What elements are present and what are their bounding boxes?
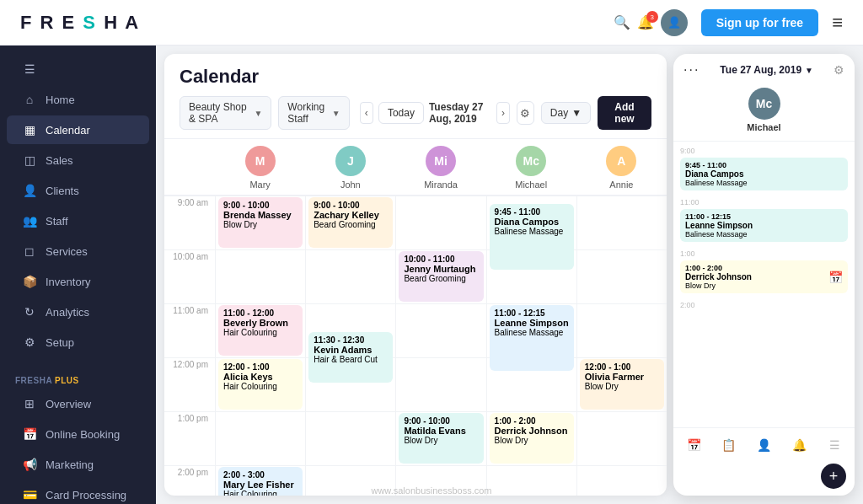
prev-date-button[interactable]: ‹ (360, 102, 373, 124)
mobile-fab-button[interactable]: + (821, 464, 846, 489)
appt-derrick-time: 1:00 - 2:00 (495, 416, 569, 426)
user-avatar[interactable]: 👤 (661, 9, 688, 36)
sidebar-label-services: Services (46, 245, 88, 258)
cell-annie-11 (577, 303, 667, 357)
mobile-avatar: Mc (748, 88, 780, 120)
time-2pm: 2:00 pm (164, 465, 215, 496)
sidebar-label-booking: Online Booking (46, 428, 120, 441)
mobile-panel: ··· Tue 27 Aug, 2019 ▼ ⚙ Mc Michael 9:00… (673, 54, 855, 496)
appt-matilda[interactable]: 9:00 - 10:00 Matilda Evans Blow Dry (399, 413, 483, 464)
today-button[interactable]: Today (378, 102, 424, 124)
cell-mary-1 (216, 411, 305, 465)
sidebar-item-menu[interactable]: ☰ (7, 55, 149, 83)
appt-leanne-service: Balinese Massage (495, 328, 569, 337)
calendar-toolbar: Beauty Shop & SPA ▼ Working Staff ▼ ‹ To… (180, 96, 651, 130)
appt-derrick[interactable]: 1:00 - 2:00 Derrick Johnson Blow Dry (490, 413, 574, 464)
appt-kevin[interactable]: 11:30 - 12:30 Kevin Adams Hair & Beard C… (308, 332, 393, 383)
mobile-date: Tue 27 Aug, 2019 ▼ (720, 64, 813, 76)
mobile-appt-leanne-name: Leanne Simpson (685, 221, 843, 230)
sidebar-item-overview[interactable]: ⊞ Overview (7, 389, 149, 418)
appt-jenny[interactable]: 10:00 - 11:00 Jenny Murtaugh Beard Groom… (399, 251, 483, 302)
mobile-nav-calendar[interactable]: 📅 (682, 433, 705, 457)
appt-matilda-time: 9:00 - 10:00 (404, 416, 478, 426)
sidebar-item-sales[interactable]: ◫ Sales (7, 146, 149, 174)
hamburger-menu[interactable]: ≡ (832, 12, 843, 34)
sidebar-item-setup[interactable]: ⚙ Setup (7, 328, 149, 357)
location-select[interactable]: Beauty Shop & SPA ▼ (180, 96, 271, 130)
sidebar-item-clients[interactable]: 👤 Clients (7, 176, 149, 205)
calendar-settings-icon[interactable]: ⚙ (517, 101, 534, 125)
appt-beverly[interactable]: 11:00 - 12:00 Beverly Brown Hair Colouri… (218, 305, 303, 356)
sales-icon: ◫ (22, 153, 37, 167)
appt-leanne[interactable]: 11:00 - 12:15 Leanne Simpson Balinese Ma… (490, 305, 574, 371)
cell-mary-10 (216, 249, 305, 303)
appt-jenny-name: Jenny Murtaugh (404, 264, 478, 274)
appt-brenda[interactable]: 9:00 - 10:00 Brenda Massey Blow Dry (218, 197, 303, 248)
mobile-nav-menu[interactable]: ☰ (823, 433, 846, 457)
time-9am: 9:00 am (164, 196, 215, 249)
notification-icon[interactable]: 🔔 3 (637, 14, 654, 30)
staff-name-john: John (340, 180, 361, 190)
mobile-appt-diana[interactable]: 9:45 - 11:00 Diana Campos Balinese Massa… (680, 158, 848, 190)
appt-zachary[interactable]: 9:00 - 10:00 Zachary Kelley Beard Groomi… (308, 197, 393, 248)
sidebar-item-card[interactable]: 💳 Card Processing (7, 480, 149, 504)
time-10am: 10:00 am (164, 249, 215, 303)
appt-diana-time: 9:45 - 11:00 (495, 207, 569, 217)
mobile-appt-diana-name: Diana Campos (685, 169, 843, 179)
mobile-fab-row: + (673, 460, 855, 496)
mobile-bottom-nav: 📅 📋 👤 🔔 ☰ (673, 427, 855, 460)
appt-mary-lee[interactable]: 2:00 - 3:00 Mary Lee Fisher Hair Colouri… (218, 467, 303, 496)
cell-annie-1 (577, 411, 667, 465)
time-11am: 11:00 am (164, 303, 215, 357)
clients-icon: 👤 (22, 184, 37, 197)
appt-brenda-time: 9:00 - 10:00 (223, 201, 297, 210)
appt-olivia[interactable]: 12:00 - 1:00 Olivia Farmer Blow Dry (580, 359, 664, 410)
sidebar: ☰ ⌂ Home ▦ Calendar ◫ Sales 👤 Clients 👥 … (0, 46, 156, 504)
mobile-nav-person[interactable]: 👤 (753, 433, 776, 457)
appt-leanne-name: Leanne Simpson (495, 318, 569, 328)
sidebar-item-services[interactable]: ◻ Services (7, 237, 149, 265)
cell-john-10 (306, 249, 395, 303)
appt-mary-lee-service: Hair Colouring (223, 490, 297, 496)
sidebar-label-staff: Staff (46, 215, 68, 228)
appt-derrick-service: Blow Dry (495, 436, 569, 445)
view-select[interactable]: Day ▼ (541, 102, 591, 124)
mobile-appt-leanne[interactable]: 11:00 - 12:15 Leanne Simpson Balinese Ma… (680, 209, 848, 242)
sidebar-label-calendar: Calendar (46, 124, 90, 137)
sidebar-label-overview: Overview (46, 398, 91, 410)
sidebar-item-booking[interactable]: 📅 Online Booking (7, 420, 149, 448)
sidebar-item-analytics[interactable]: ↻ Analytics (7, 298, 149, 326)
search-icon[interactable]: 🔍 (614, 14, 630, 30)
sidebar-item-home[interactable]: ⌂ Home (7, 85, 149, 114)
sidebar-item-inventory[interactable]: 📦 Inventory (7, 267, 149, 296)
calendar-header: Calendar Beauty Shop & SPA ▼ Working Sta… (164, 54, 667, 139)
mobile-nav-bell[interactable]: 🔔 (787, 433, 811, 457)
appt-alicia[interactable]: 12:00 - 1:00 Alicia Keys Hair Colouring (218, 359, 303, 410)
mobile-appt-derrick-service: Blow Dry (685, 281, 752, 290)
appt-zachary-name: Zachary Kelley (314, 210, 388, 220)
appt-zachary-service: Beard Grooming (314, 220, 388, 229)
sidebar-item-marketing[interactable]: 📢 Marketing (7, 450, 149, 479)
appt-leanne-time: 11:00 - 12:15 (495, 308, 569, 318)
mobile-settings-icon[interactable]: ⚙ (834, 63, 844, 77)
appt-diana[interactable]: 9:45 - 11:00 Diana Campos Balinese Massa… (490, 204, 574, 270)
overview-icon: ⊞ (22, 397, 37, 410)
staff-col-annie: A Annie (576, 146, 667, 190)
sidebar-label-inventory: Inventory (46, 276, 90, 288)
staff-filter-select[interactable]: Working Staff ▼ (278, 96, 349, 130)
sidebar-item-calendar[interactable]: ▦ Calendar (7, 115, 149, 144)
mobile-appt-derrick[interactable]: 1:00 - 2:00 Derrick Johnson Blow Dry 📅 (680, 260, 848, 293)
appt-alicia-time: 12:00 - 1:00 (223, 362, 297, 372)
mobile-nav-list[interactable]: 📋 (717, 433, 741, 457)
cell-miranda-9 (396, 196, 485, 249)
fresha-plus-label: FRESHA PLUS (15, 376, 79, 385)
date-navigation: ‹ Today Tuesday 27 Aug, 2019 › (360, 101, 511, 125)
grid-col-mary: 9:00 - 10:00 Brenda Massey Blow Dry 11:0… (215, 196, 305, 496)
staff-caret: ▼ (332, 109, 340, 118)
next-date-button[interactable]: › (496, 102, 510, 124)
signup-button[interactable]: Sign up for free (701, 9, 818, 36)
home-icon: ⌂ (22, 93, 37, 106)
add-new-button[interactable]: Add new (598, 96, 651, 130)
sidebar-item-staff[interactable]: 👥 Staff (7, 206, 149, 235)
calendar-body: 9:00 am 10:00 am 11:00 am 12:00 pm 1:00 … (164, 196, 667, 496)
